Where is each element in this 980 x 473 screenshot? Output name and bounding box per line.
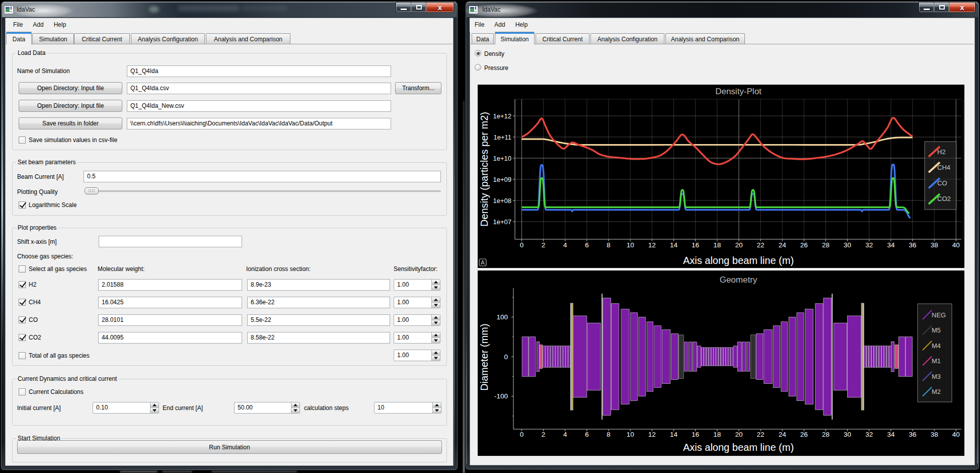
svg-text:22: 22 bbox=[757, 241, 764, 249]
svg-text:1e+09: 1e+09 bbox=[493, 176, 511, 183]
svg-text:CH4: CH4 bbox=[937, 164, 950, 171]
svg-text:26: 26 bbox=[800, 431, 808, 438]
svg-text:18: 18 bbox=[713, 431, 721, 438]
svg-text:28: 28 bbox=[822, 431, 830, 438]
svg-text:A: A bbox=[481, 259, 485, 265]
svg-text:Density-Plot: Density-Plot bbox=[715, 87, 762, 96]
svg-text:1e+07: 1e+07 bbox=[493, 218, 511, 226]
svg-text:38: 38 bbox=[931, 241, 938, 249]
svg-text:4: 4 bbox=[563, 241, 567, 249]
svg-text:6: 6 bbox=[585, 241, 589, 249]
svg-text:Density (particles per m2): Density (particles per m2) bbox=[479, 112, 490, 227]
svg-text:36: 36 bbox=[909, 431, 916, 438]
svg-text:0: 0 bbox=[520, 431, 524, 438]
svg-text:0: 0 bbox=[504, 353, 508, 361]
svg-text:30: 30 bbox=[844, 431, 851, 438]
svg-text:8: 8 bbox=[607, 241, 611, 249]
svg-text:20: 20 bbox=[735, 241, 742, 249]
svg-text:8: 8 bbox=[607, 431, 611, 438]
svg-text:16: 16 bbox=[692, 431, 699, 438]
svg-text:4: 4 bbox=[563, 431, 567, 438]
svg-text:Diameter (mm): Diameter (mm) bbox=[479, 323, 490, 390]
svg-text:-100: -100 bbox=[494, 392, 508, 400]
svg-text:22: 22 bbox=[757, 431, 764, 438]
svg-text:100: 100 bbox=[496, 313, 508, 321]
svg-text:1e+11: 1e+11 bbox=[493, 133, 511, 141]
svg-text:NEG: NEG bbox=[932, 311, 946, 319]
svg-text:0: 0 bbox=[520, 241, 524, 249]
svg-text:14: 14 bbox=[670, 431, 678, 438]
svg-text:Axis along beam line (m): Axis along beam line (m) bbox=[683, 255, 794, 266]
svg-text:Axis along beam line (m): Axis along beam line (m) bbox=[683, 442, 794, 453]
svg-text:CO2: CO2 bbox=[937, 195, 951, 202]
svg-text:CO: CO bbox=[937, 179, 947, 187]
svg-text:2: 2 bbox=[542, 431, 546, 438]
svg-text:M5: M5 bbox=[932, 326, 941, 334]
svg-text:1e+10: 1e+10 bbox=[493, 155, 511, 162]
svg-text:32: 32 bbox=[865, 241, 873, 249]
svg-text:34: 34 bbox=[887, 241, 895, 249]
svg-text:34: 34 bbox=[887, 431, 895, 438]
svg-text:6: 6 bbox=[585, 431, 589, 438]
svg-text:12: 12 bbox=[648, 431, 656, 438]
svg-text:16: 16 bbox=[692, 241, 699, 249]
svg-text:40: 40 bbox=[952, 241, 960, 249]
svg-text:26: 26 bbox=[800, 241, 808, 249]
svg-text:10: 10 bbox=[627, 241, 634, 249]
svg-text:40: 40 bbox=[952, 431, 960, 438]
svg-text:20: 20 bbox=[735, 431, 742, 438]
svg-text:28: 28 bbox=[822, 241, 830, 249]
svg-text:24: 24 bbox=[779, 241, 787, 249]
svg-text:M3: M3 bbox=[932, 373, 941, 380]
svg-text:1e+12: 1e+12 bbox=[493, 112, 511, 120]
svg-text:H2: H2 bbox=[937, 148, 946, 156]
svg-text:36: 36 bbox=[909, 241, 916, 249]
svg-text:38: 38 bbox=[931, 431, 938, 438]
svg-text:M2: M2 bbox=[932, 388, 941, 395]
svg-text:M1: M1 bbox=[932, 357, 941, 365]
svg-text:Geometry: Geometry bbox=[720, 275, 758, 285]
svg-text:24: 24 bbox=[779, 431, 787, 438]
svg-text:14: 14 bbox=[670, 241, 678, 249]
svg-text:12: 12 bbox=[648, 241, 656, 249]
svg-text:M4: M4 bbox=[932, 342, 941, 350]
svg-text:1e+08: 1e+08 bbox=[493, 197, 511, 205]
svg-text:10: 10 bbox=[627, 431, 634, 438]
svg-text:18: 18 bbox=[713, 241, 721, 249]
svg-text:30: 30 bbox=[844, 241, 851, 249]
svg-text:32: 32 bbox=[865, 431, 873, 438]
svg-text:2: 2 bbox=[542, 241, 546, 249]
